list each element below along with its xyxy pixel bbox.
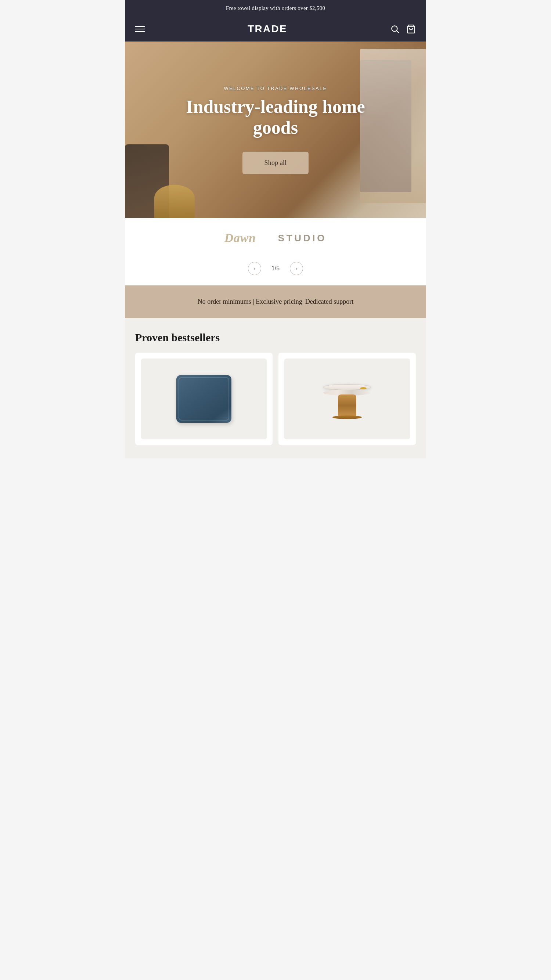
product-grid xyxy=(135,353,416,458)
value-props-bar: No order minimums | Exclusive pricing| D… xyxy=(125,285,426,318)
product-card-table[interactable] xyxy=(279,353,416,445)
header-icons xyxy=(390,24,416,34)
brand-dawn[interactable]: Dawn xyxy=(225,231,256,245)
bestsellers-title: Proven bestsellers xyxy=(135,331,416,344)
brand-carousel-pagination: ‹ 1/5 › xyxy=(125,258,426,285)
product-image-table xyxy=(284,358,410,439)
announcement-text: Free towel display with orders over $2,5… xyxy=(226,5,325,11)
table-gold-accent xyxy=(360,387,366,389)
brand-studio[interactable]: STUDIO xyxy=(278,232,327,244)
carousel-prev-button[interactable]: ‹ xyxy=(248,262,261,275)
hero-title: Industry-leading home goods xyxy=(162,96,389,138)
brand-logos-row: Dawn STUDIO xyxy=(125,218,426,258)
table-illustration xyxy=(318,369,376,428)
value-props-text: No order minimums | Exclusive pricing| D… xyxy=(132,296,419,307)
table-base xyxy=(333,415,362,419)
chevron-left-icon: ‹ xyxy=(253,265,255,272)
table-pedestal xyxy=(338,395,356,417)
search-button[interactable] xyxy=(390,24,400,34)
bestsellers-section: Proven bestsellers xyxy=(125,318,426,458)
header: TRADE xyxy=(125,16,426,41)
search-icon xyxy=(390,24,400,34)
announcement-bar: Free towel display with orders over $2,5… xyxy=(125,0,426,16)
pillow-seam xyxy=(178,377,229,421)
svg-line-1 xyxy=(397,31,399,33)
site-logo: TRADE xyxy=(248,23,287,35)
chevron-right-icon: › xyxy=(295,265,297,272)
cart-button[interactable] xyxy=(406,24,416,34)
hero-subtitle: WELCOME TO TRADE WHOLESALE xyxy=(224,86,327,91)
product-image-pillow xyxy=(141,358,267,439)
product-card-pillow[interactable] xyxy=(135,353,272,445)
hero-section: WELCOME TO TRADE WHOLESALE Industry-lead… xyxy=(125,41,426,218)
cart-icon xyxy=(406,24,416,34)
carousel-next-button[interactable]: › xyxy=(290,262,303,275)
hero-cta-button[interactable]: Shop all xyxy=(242,152,309,174)
pillow-illustration xyxy=(175,371,233,426)
pagination-indicator: 1/5 xyxy=(271,265,280,272)
hero-content: WELCOME TO TRADE WHOLESALE Industry-lead… xyxy=(125,41,426,218)
menu-button[interactable] xyxy=(135,26,145,32)
svg-point-0 xyxy=(392,26,397,31)
